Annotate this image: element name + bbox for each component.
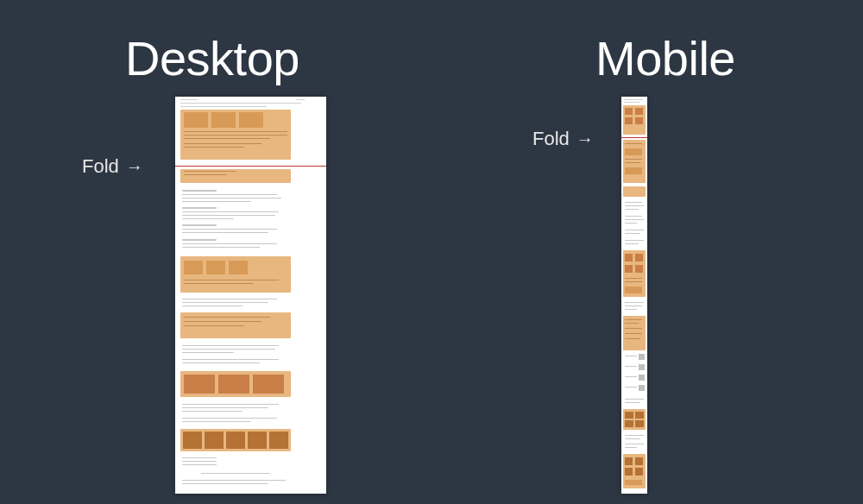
arrow-right-icon: → xyxy=(576,130,594,148)
fold-text: Fold xyxy=(82,155,119,178)
mobile-heading: Mobile xyxy=(595,30,735,86)
desktop-heading: Desktop xyxy=(125,30,299,86)
fold-label-mobile: Fold → xyxy=(532,128,594,150)
arrow-right-icon: → xyxy=(126,158,143,175)
mobile-page-mock xyxy=(621,97,647,494)
fold-text: Fold xyxy=(532,128,570,150)
fold-label-desktop: Fold → xyxy=(82,155,143,178)
fold-line-mobile xyxy=(621,137,647,138)
desktop-page-mock xyxy=(175,97,326,494)
fold-line-desktop xyxy=(175,166,326,167)
